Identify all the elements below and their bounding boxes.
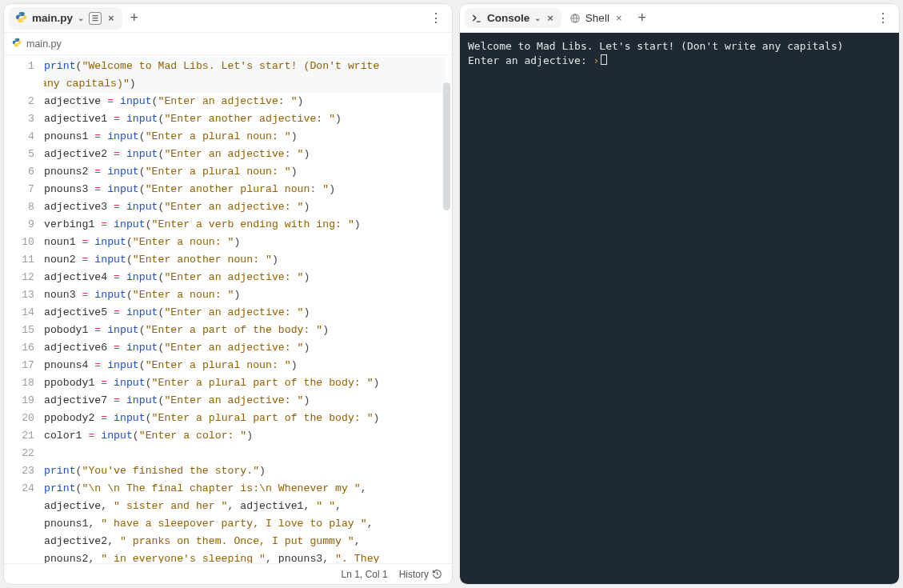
code-line[interactable]: pnouns2, " in everyone's sleeping ", pno…: [44, 550, 446, 563]
add-tab-button[interactable]: +: [124, 8, 146, 28]
breadcrumb-file: main.py: [26, 38, 62, 50]
python-icon: [15, 11, 27, 26]
tab-label: Shell: [585, 12, 609, 24]
code-line[interactable]: pnouns4 = input("Enter a plural noun: "): [44, 357, 446, 374]
tab-shell[interactable]: Shell ×: [563, 8, 630, 28]
code-line[interactable]: any capitals)"): [44, 75, 446, 93]
code-line[interactable]: print("Welcome to Mad Libs. Let's start!…: [44, 58, 446, 75]
code-line[interactable]: print("You've finished the story."): [44, 462, 446, 480]
code-line[interactable]: adjective7 = input("Enter an adjective: …: [44, 392, 446, 410]
breadcrumb[interactable]: main.py: [4, 33, 452, 55]
code-line[interactable]: noun2 = input("Enter another noun: "): [44, 251, 446, 269]
tab-console[interactable]: Console ⌄ ×: [465, 8, 561, 28]
cursor-position[interactable]: Ln 1, Col 1: [342, 569, 388, 580]
chevron-down-icon[interactable]: ⌄: [534, 14, 541, 22]
shell-icon: [569, 12, 581, 24]
tab-label: main.py: [32, 12, 73, 24]
code-line[interactable]: pobody1 = input("Enter a part of the bod…: [44, 322, 446, 339]
code-area[interactable]: print("Welcome to Mad Libs. Let's start!…: [44, 55, 452, 563]
close-icon[interactable]: ×: [106, 12, 116, 24]
console-icon: [471, 12, 482, 24]
add-tab-button[interactable]: +: [631, 8, 653, 28]
scrollbar-thumb[interactable]: [443, 82, 450, 210]
console-panel: Console ⌄ × Shell × + ⋮ Welcome to Mad L…: [459, 3, 900, 585]
history-button[interactable]: History: [399, 569, 442, 580]
file-badge-icon[interactable]: ☰: [89, 12, 102, 25]
editor-statusbar: Ln 1, Col 1 History: [4, 563, 452, 584]
kebab-menu-icon[interactable]: ⋮: [873, 7, 893, 29]
code-line[interactable]: [44, 445, 446, 462]
code-line[interactable]: pnouns1, " have a sleepover party, I lov…: [44, 515, 446, 533]
console-tab-bar: Console ⌄ × Shell × + ⋮: [460, 4, 899, 33]
line-number-gutter: 123456789101112131415161718192021222324: [4, 55, 44, 563]
code-editor[interactable]: 123456789101112131415161718192021222324 …: [4, 55, 452, 563]
input-cursor: [601, 54, 607, 65]
tab-label: Console: [487, 12, 529, 24]
code-line[interactable]: ppobody2 = input("Enter a plural part of…: [44, 410, 446, 427]
console-prompt-line: Enter an adjective: ›: [468, 54, 891, 68]
editor-panel: main.py ⌄ ☰ × + ⋮ main.py 12345678910111…: [3, 3, 453, 585]
code-line[interactable]: adjective2, " pranks on them. Once, I pu…: [44, 533, 446, 550]
history-icon: [432, 569, 442, 579]
kebab-menu-icon[interactable]: ⋮: [426, 7, 446, 29]
code-line[interactable]: adjective6 = input("Enter an adjective: …: [44, 339, 446, 357]
close-icon[interactable]: ×: [614, 12, 624, 24]
editor-scrollbar[interactable]: [443, 82, 450, 541]
code-line[interactable]: noun3 = input("Enter a noun: "): [44, 286, 446, 304]
editor-tab-bar: main.py ⌄ ☰ × + ⋮: [4, 4, 452, 33]
code-line[interactable]: verbing1 = input("Enter a verb ending wi…: [44, 216, 446, 234]
chevron-down-icon[interactable]: ⌄: [78, 14, 84, 22]
code-line[interactable]: adjective4 = input("Enter an adjective: …: [44, 269, 446, 286]
code-line[interactable]: pnouns3 = input("Enter another plural no…: [44, 181, 446, 198]
code-line[interactable]: noun1 = input("Enter a noun: "): [44, 234, 446, 251]
code-line[interactable]: print("\n \n The final chapter is:\n Whe…: [44, 480, 446, 498]
close-icon[interactable]: ×: [545, 12, 555, 24]
code-line[interactable]: adjective = input("Enter an adjective: "…: [44, 93, 446, 110]
code-line[interactable]: adjective, " sister and her ", adjective…: [44, 498, 446, 515]
console-output[interactable]: Welcome to Mad Libs. Let's start! (Don't…: [460, 33, 899, 584]
code-line[interactable]: adjective2 = input("Enter an adjective: …: [44, 146, 446, 163]
console-line: Welcome to Mad Libs. Let's start! (Don't…: [468, 39, 891, 54]
code-line[interactable]: ppobody1 = input("Enter a plural part of…: [44, 374, 446, 392]
tab-main-py[interactable]: main.py ⌄ ☰ ×: [9, 7, 122, 30]
python-icon: [12, 38, 22, 50]
code-line[interactable]: pnouns2 = input("Enter a plural noun: "): [44, 163, 446, 181]
code-line[interactable]: color1 = input("Enter a color: "): [44, 427, 446, 445]
code-line[interactable]: adjective3 = input("Enter an adjective: …: [44, 198, 446, 216]
code-line[interactable]: adjective5 = input("Enter an adjective: …: [44, 304, 446, 322]
code-line[interactable]: pnouns1 = input("Enter a plural noun: "): [44, 128, 446, 146]
code-line[interactable]: adjective1 = input("Enter another adject…: [44, 110, 446, 128]
prompt-caret-icon: ›: [593, 54, 600, 66]
